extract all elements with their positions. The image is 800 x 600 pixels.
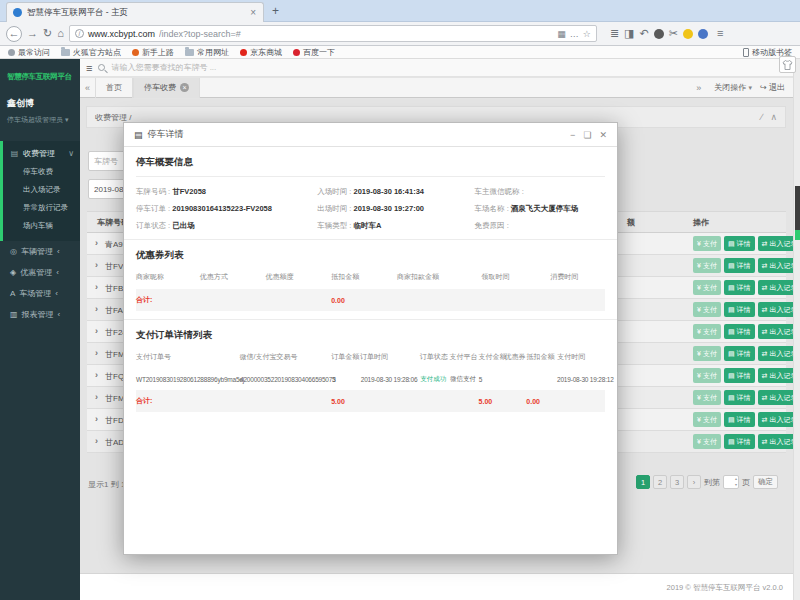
sidebar-item-report-mgmt[interactable]: ▥ 报表管理 ‹: [0, 304, 80, 325]
pay-button[interactable]: ¥支付: [693, 280, 721, 295]
hamburger-icon[interactable]: ≡: [86, 62, 92, 74]
page-scrollbar[interactable]: [793, 59, 800, 600]
bookmark-star-icon[interactable]: ☆: [583, 29, 591, 39]
pay-button[interactable]: ¥支付: [693, 368, 721, 383]
spinner-icons[interactable]: ▴▾: [735, 476, 737, 487]
sidebar-item-onsite-vehicles[interactable]: 场内车辆: [3, 217, 80, 235]
tab-close-icon[interactable]: ×: [180, 83, 189, 92]
reload-button[interactable]: ↻: [43, 28, 52, 39]
page-next-button[interactable]: ›: [687, 475, 701, 489]
pay-button[interactable]: ¥支付: [693, 324, 721, 339]
rows-summary: 显示1 到 1: [88, 479, 125, 490]
row-expand-icon[interactable]: ›: [95, 260, 98, 270]
sidebar-item-parkinglot-mgmt[interactable]: A 车场管理 ‹: [0, 283, 80, 304]
goto-page-input[interactable]: ▴▾: [723, 475, 739, 489]
sidebar-toggle-icon[interactable]: ◨: [624, 28, 634, 39]
sidebar-item-abnormal-release[interactable]: 异常放行记录: [3, 199, 80, 217]
sidebar-item-parking-fee[interactable]: 停车收费: [3, 163, 80, 181]
pay-button[interactable]: ¥支付: [693, 434, 721, 449]
page-1-button[interactable]: 1: [636, 475, 650, 489]
plate-search-input[interactable]: [111, 63, 311, 72]
pay-button[interactable]: ¥支付: [693, 412, 721, 427]
bookmark-baidu[interactable]: 百度一下: [293, 47, 335, 58]
bookmark-jd[interactable]: 京东商城: [240, 47, 282, 58]
forward-button[interactable]: →: [27, 28, 38, 39]
undo-icon[interactable]: ↶: [640, 28, 649, 39]
modal-header[interactable]: ▤ 停车详情 − ❏ ✕: [124, 123, 617, 147]
blue-extension-icon[interactable]: [698, 29, 708, 39]
tab-parking-fee[interactable]: 停车收费 ×: [133, 78, 200, 98]
row-expand-icon[interactable]: ›: [95, 348, 98, 358]
inout-icon: ⇄: [762, 328, 768, 336]
globe-icon: [132, 49, 139, 56]
inout-icon: ⇄: [762, 350, 768, 358]
pay-button[interactable]: ¥支付: [693, 236, 721, 251]
chevron-left-icon: ‹: [57, 247, 60, 256]
detail-button[interactable]: ▤详情: [724, 412, 755, 427]
panel-config-icon[interactable]: ∕: [761, 112, 763, 122]
detail-button[interactable]: ▤详情: [724, 434, 755, 449]
home-button[interactable]: ⌂: [57, 28, 64, 39]
sidebar-item-vehicle-mgmt[interactable]: ◎ 车辆管理 ‹: [0, 241, 80, 262]
detail-button[interactable]: ▤详情: [724, 236, 755, 251]
detail-button[interactable]: ▤详情: [724, 302, 755, 317]
detail-button[interactable]: ▤详情: [724, 368, 755, 383]
yen-icon: ¥: [697, 306, 701, 313]
sidebar-item-charging-mgmt[interactable]: ▤ 收费管理 ∨: [3, 143, 80, 163]
row-expand-icon[interactable]: ›: [95, 304, 98, 314]
shopping-widget-icon[interactable]: [779, 56, 796, 73]
row-expand-icon[interactable]: ›: [95, 392, 98, 402]
yellow-extension-icon[interactable]: [683, 29, 693, 39]
panel-collapse-icon[interactable]: ∧: [770, 112, 777, 122]
bookmark-most-visited[interactable]: 最常访问: [8, 47, 50, 58]
page-3-button[interactable]: 3: [670, 475, 684, 489]
pay-button[interactable]: ¥支付: [693, 302, 721, 317]
tab-home[interactable]: 首页: [95, 78, 133, 98]
pay-button[interactable]: ¥支付: [693, 390, 721, 405]
site-info-icon[interactable]: i: [75, 29, 84, 38]
screenshot-extension-icon[interactable]: ✂: [669, 28, 678, 39]
url-bar[interactable]: i www.xcbypt.com /index?top-search=# ▦ ……: [69, 25, 597, 42]
tabs-scroll-right-icon[interactable]: »: [691, 83, 706, 93]
page-actions-icon[interactable]: …: [570, 29, 579, 39]
browser-tab[interactable]: 智慧停车互联网平台 - 主页 ×: [6, 2, 264, 22]
modal-maximize-icon[interactable]: ❏: [583, 130, 591, 140]
menu-icon[interactable]: ≡: [717, 28, 723, 39]
bookmark-firefox-sites[interactable]: 火狐官方站点: [61, 47, 121, 58]
detail-button[interactable]: ▤详情: [724, 258, 755, 273]
modal-close-icon[interactable]: ✕: [599, 130, 607, 140]
modal-minimize-icon[interactable]: −: [570, 130, 575, 140]
bookmark-common-sites[interactable]: 常用网址: [185, 47, 229, 58]
close-operations-dropdown[interactable]: 关闭操作 ▾: [714, 82, 752, 93]
sidebar-item-inout-records[interactable]: 出入场记录: [3, 181, 80, 199]
tabs-scroll-left-icon[interactable]: «: [80, 83, 95, 93]
detail-button[interactable]: ▤详情: [724, 390, 755, 405]
new-tab-button[interactable]: +: [272, 4, 279, 18]
coupon-icon: ◈: [10, 268, 16, 277]
detail-button[interactable]: ▤详情: [724, 280, 755, 295]
goto-confirm-button[interactable]: 确定: [753, 475, 778, 489]
library-icon[interactable]: ≣: [610, 28, 619, 39]
modal-body: 停车概要信息 车牌号码 : 甘FV2058 停车订单 : 20190830164…: [124, 147, 617, 412]
detail-button[interactable]: ▤详情: [724, 346, 755, 361]
scrollbar-thumb[interactable]: [795, 186, 800, 240]
row-expand-icon[interactable]: ›: [95, 238, 98, 248]
page-2-button[interactable]: 2: [653, 475, 667, 489]
logout-button[interactable]: ↪ 退出: [760, 82, 785, 93]
qr-extension-icon[interactable]: ▦: [557, 29, 566, 39]
pay-button[interactable]: ¥支付: [693, 346, 721, 361]
user-role-dropdown[interactable]: 停车场超级管理员 ▾: [7, 115, 80, 125]
back-button[interactable]: ←: [6, 26, 22, 42]
row-expand-icon[interactable]: ›: [95, 370, 98, 380]
sidebar-item-discount-mgmt[interactable]: ◈ 优惠管理 ‹: [0, 262, 80, 283]
tab-close-icon[interactable]: ×: [249, 7, 257, 18]
pay-button[interactable]: ¥支付: [693, 258, 721, 273]
row-expand-icon[interactable]: ›: [95, 326, 98, 336]
chat-extension-icon[interactable]: [654, 29, 664, 39]
row-expand-icon[interactable]: ›: [95, 436, 98, 446]
detail-button[interactable]: ▤详情: [724, 324, 755, 339]
logout-icon: ↪: [760, 83, 767, 92]
row-expand-icon[interactable]: ›: [95, 282, 98, 292]
row-expand-icon[interactable]: ›: [95, 414, 98, 424]
bookmark-getting-started[interactable]: 新手上路: [132, 47, 174, 58]
